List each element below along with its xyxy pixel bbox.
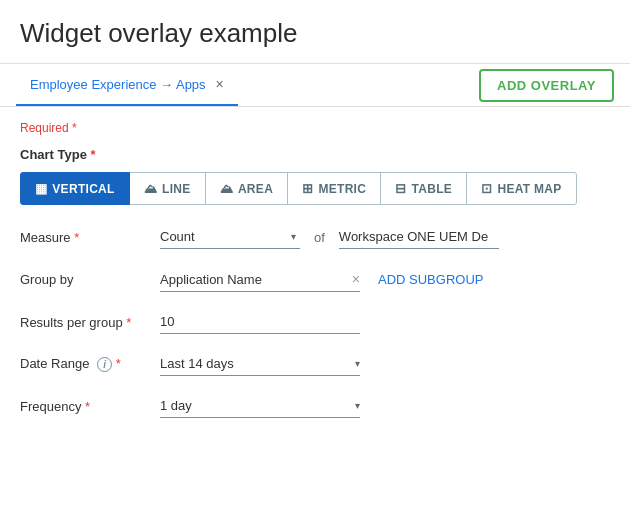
chart-type-bar: ▦ VERTICAL ⛰ LINE ⛰ AREA ⊞ METRIC ⊟ TABL… — [20, 172, 610, 205]
group-by-label: Group by — [20, 272, 160, 287]
group-by-field[interactable]: Application Name × — [160, 267, 360, 292]
frequency-row: Frequency * 1 day ▾ — [20, 394, 610, 418]
group-by-controls: Application Name × ADD SUBGROUP — [160, 267, 610, 292]
measure-controls: Count ▾ of Workspace ONE UEM De — [160, 225, 610, 249]
date-range-value: Last 14 days — [160, 356, 351, 371]
chart-type-metric[interactable]: ⊞ METRIC — [287, 172, 381, 205]
frequency-controls: 1 day ▾ — [160, 394, 610, 418]
date-range-info-icon: i — [97, 357, 112, 372]
date-range-caret-icon: ▾ — [355, 358, 360, 369]
measure-select[interactable]: Count ▾ — [160, 225, 300, 249]
frequency-caret-icon: ▾ — [355, 400, 360, 411]
line-chart-icon: ⛰ — [144, 181, 157, 196]
chart-type-table-label: TABLE — [412, 182, 453, 196]
frequency-label: Frequency * — [20, 399, 160, 414]
chart-type-metric-label: METRIC — [318, 182, 366, 196]
date-range-select[interactable]: Last 14 days ▾ — [160, 352, 360, 376]
date-range-row: Date Range i * Last 14 days ▾ — [20, 352, 610, 376]
heatmap-chart-icon: ⊡ — [481, 181, 492, 196]
tab-employee-experience[interactable]: Employee Experience → Apps × — [16, 64, 238, 106]
area-chart-icon: ⛰ — [220, 181, 233, 196]
chart-type-vertical[interactable]: ▦ VERTICAL — [20, 172, 130, 205]
measure-caret-icon: ▾ — [291, 231, 296, 242]
chart-type-line-label: LINE — [162, 182, 191, 196]
results-per-group-label: Results per group * — [20, 315, 160, 330]
date-range-label: Date Range i * — [20, 356, 160, 372]
chart-type-area-label: AREA — [238, 182, 273, 196]
measure-datasource: Workspace ONE UEM De — [339, 225, 499, 249]
chart-type-table[interactable]: ⊟ TABLE — [380, 172, 467, 205]
chart-type-vertical-label: VERTICAL — [52, 182, 114, 196]
form-area: Required * Chart Type * ▦ VERTICAL ⛰ LIN… — [0, 107, 630, 450]
tab-close-icon[interactable]: × — [216, 76, 224, 92]
required-note: Required * — [20, 121, 610, 135]
table-chart-icon: ⊟ — [395, 181, 406, 196]
group-by-value: Application Name — [160, 272, 348, 287]
metric-chart-icon: ⊞ — [302, 181, 313, 196]
measure-label: Measure * — [20, 230, 160, 245]
results-per-group-input[interactable] — [160, 310, 360, 334]
vertical-chart-icon: ▦ — [35, 181, 47, 196]
frequency-value: 1 day — [160, 398, 351, 413]
chart-type-label: Chart Type * — [20, 147, 610, 162]
chart-type-line[interactable]: ⛰ LINE — [129, 172, 206, 205]
frequency-select[interactable]: 1 day ▾ — [160, 394, 360, 418]
chart-type-area[interactable]: ⛰ AREA — [205, 172, 289, 205]
chart-type-heatmap[interactable]: ⊡ HEAT MAP — [466, 172, 577, 205]
results-per-group-controls — [160, 310, 610, 334]
add-subgroup-link[interactable]: ADD SUBGROUP — [378, 272, 483, 287]
tab-label: Employee Experience → Apps — [30, 77, 206, 92]
group-by-clear-icon[interactable]: × — [352, 271, 360, 287]
results-per-group-row: Results per group * — [20, 310, 610, 334]
measure-of-text: of — [314, 230, 325, 245]
add-overlay-button[interactable]: ADD OVERLAY — [479, 69, 614, 102]
measure-row: Measure * Count ▾ of Workspace ONE UEM D… — [20, 225, 610, 249]
group-by-row: Group by Application Name × ADD SUBGROUP — [20, 267, 610, 292]
measure-value: Count — [160, 229, 287, 244]
chart-type-heatmap-label: HEAT MAP — [497, 182, 561, 196]
date-range-controls: Last 14 days ▾ — [160, 352, 610, 376]
page-title: Widget overlay example — [0, 0, 630, 64]
tab-bar: Employee Experience → Apps × ADD OVERLAY — [0, 64, 630, 107]
